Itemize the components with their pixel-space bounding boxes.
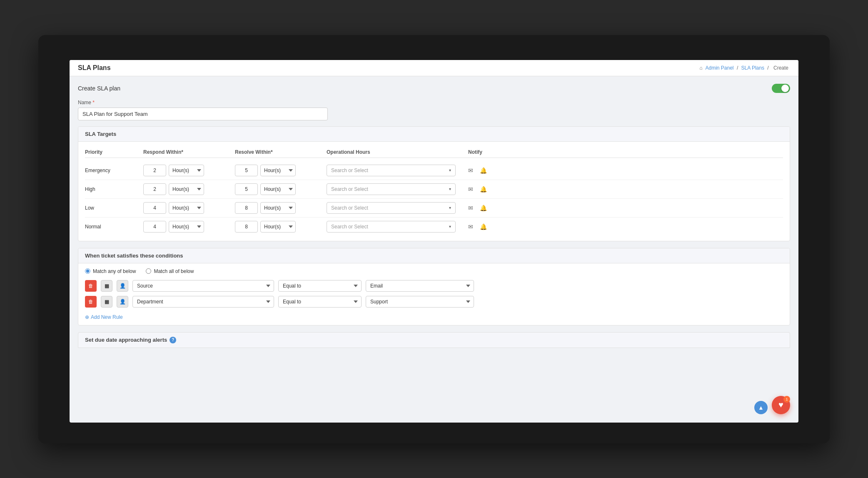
sla-targets-header: SLA Targets: [78, 127, 790, 142]
operational-hours-low[interactable]: Search or Select ▾: [327, 202, 456, 214]
chevron-down-icon: ▾: [449, 168, 451, 173]
match-all-label: Match all of below: [154, 268, 194, 274]
table-icon: ▦: [105, 299, 109, 305]
email-icon[interactable]: ✉: [468, 205, 473, 211]
plus-icon: ⊕: [85, 314, 89, 320]
respond-low: Hour(s) Day(s) Minute(s): [143, 202, 235, 214]
form-title: Create SLA plan: [78, 85, 120, 92]
delete-rule-1-button[interactable]: 🗑: [85, 280, 97, 292]
name-input[interactable]: [78, 108, 328, 120]
operational-hours-high[interactable]: Search or Select ▾: [327, 183, 456, 195]
resolve-unit-emergency[interactable]: Hour(s) Day(s) Minute(s): [260, 165, 296, 176]
operational-hours-emergency[interactable]: Search or Select ▾: [327, 165, 456, 176]
sla-table-header: Priority Respond Within* Resolve Within*…: [85, 147, 783, 158]
priority-normal: Normal: [85, 224, 143, 230]
bell-icon[interactable]: 🔔: [480, 186, 487, 193]
conditions-header: When ticket satisfies these conditions: [78, 248, 790, 263]
page-header: SLA Plans ⌂ Admin Panel / SLA Plans / Cr…: [70, 60, 798, 76]
resolve-unit-high[interactable]: Hour(s) Day(s) Minute(s): [260, 183, 296, 195]
respond-value-normal[interactable]: [143, 221, 166, 233]
respond-value-high[interactable]: [143, 183, 166, 195]
respond-unit-normal[interactable]: Hour(s) Day(s) Minute(s): [169, 221, 204, 233]
page-title: SLA Plans: [78, 64, 111, 72]
operational-hours-normal[interactable]: Search or Select ▾: [327, 221, 456, 233]
table-row: Emergency Hour(s) Day(s) Minute(s): [85, 161, 783, 180]
notify-low: ✉ 🔔: [468, 205, 518, 211]
priority-low: Low: [85, 205, 143, 211]
bell-icon[interactable]: 🔔: [480, 167, 487, 174]
sla-table: Priority Respond Within* Resolve Within*…: [85, 147, 783, 236]
help-icon[interactable]: ?: [170, 337, 176, 343]
bell-icon[interactable]: 🔔: [480, 205, 487, 211]
sla-targets-section: SLA Targets Priority Respond Within* Res…: [78, 126, 790, 241]
condition-row-2: 🗑 ▦ 👤 Department Source Priority: [85, 296, 783, 308]
email-icon[interactable]: ✉: [468, 223, 473, 230]
user-icon: 👤: [120, 299, 126, 305]
condition-field-2[interactable]: Department Source Priority: [132, 296, 274, 308]
breadcrumb-current: Create: [773, 65, 788, 71]
respond-unit-low[interactable]: Hour(s) Day(s) Minute(s): [169, 202, 204, 214]
respond-high: Hour(s) Day(s) Minute(s): [143, 183, 235, 195]
resolve-value-normal[interactable]: [235, 221, 258, 233]
scroll-up-button[interactable]: ▲: [754, 401, 768, 414]
respond-unit-high[interactable]: Hour(s) Day(s) Minute(s): [169, 183, 204, 195]
respond-value-low[interactable]: [143, 202, 166, 214]
table-row: High Hour(s) Day(s) Minute(s): [85, 180, 783, 199]
conditions-section: When ticket satisfies these conditions M…: [78, 248, 790, 325]
table-row: Normal Hour(s) Day(s) Minute(s): [85, 218, 783, 236]
resolve-normal: Hour(s) Day(s) Minute(s): [235, 221, 327, 233]
breadcrumb-home[interactable]: Admin Panel: [705, 65, 733, 71]
table-icon-button-1[interactable]: ▦: [101, 280, 112, 292]
table-icon: ▦: [105, 283, 109, 289]
condition-row-1: 🗑 ▦ 👤 Source Department Priority: [85, 280, 783, 292]
main-content: Create SLA plan Name * SLA Targets Prior…: [70, 76, 798, 420]
resolve-emergency: Hour(s) Day(s) Minute(s): [235, 165, 327, 176]
match-all-radio[interactable]: [146, 268, 151, 274]
delete-rule-2-button[interactable]: 🗑: [85, 296, 97, 308]
trash-icon: 🗑: [88, 299, 93, 305]
match-any-radio[interactable]: [85, 268, 90, 274]
resolve-value-low[interactable]: [235, 202, 258, 214]
user-icon-button-1[interactable]: 👤: [117, 280, 128, 292]
due-date-title: Set due date approaching alerts: [85, 337, 167, 343]
match-all-option[interactable]: Match all of below: [146, 268, 194, 274]
respond-value-emergency[interactable]: [143, 165, 166, 176]
user-icon-button-2[interactable]: 👤: [117, 296, 128, 308]
col-respond: Respond Within*: [143, 149, 235, 155]
bell-icon[interactable]: 🔔: [480, 223, 487, 230]
trash-icon: 🗑: [88, 283, 93, 289]
email-icon[interactable]: ✉: [468, 186, 473, 193]
breadcrumb-parent[interactable]: SLA Plans: [741, 65, 764, 71]
home-icon: ⌂: [700, 65, 703, 71]
match-any-option[interactable]: Match any of below: [85, 268, 136, 274]
resolve-unit-low[interactable]: Hour(s) Day(s) Minute(s): [260, 202, 296, 214]
col-notify: Notify: [468, 149, 518, 155]
notify-normal: ✉ 🔔: [468, 223, 518, 230]
condition-field-1[interactable]: Source Department Priority: [132, 280, 274, 292]
resolve-value-high[interactable]: [235, 183, 258, 195]
condition-value-1[interactable]: Email Phone Chat: [366, 280, 474, 292]
condition-operator-2[interactable]: Equal to Not equal to Contains: [278, 296, 362, 308]
condition-value-2[interactable]: Support Sales Engineering: [366, 296, 474, 308]
respond-emergency: Hour(s) Day(s) Minute(s): [143, 165, 235, 176]
priority-high: High: [85, 186, 143, 192]
resolve-value-emergency[interactable]: [235, 165, 258, 176]
match-radio-group: Match any of below Match all of below: [85, 268, 783, 274]
active-toggle[interactable]: [772, 84, 790, 93]
resolve-unit-normal[interactable]: Hour(s) Day(s) Minute(s): [260, 221, 296, 233]
due-date-section: Set due date approaching alerts ?: [78, 332, 790, 348]
heart-icon: ♥: [778, 400, 783, 410]
respond-normal: Hour(s) Day(s) Minute(s): [143, 221, 235, 233]
chevron-down-icon: ▾: [449, 205, 451, 210]
condition-operator-1[interactable]: Equal to Not equal to Contains: [278, 280, 362, 292]
add-rule-link[interactable]: ⊕ Add New Rule: [85, 314, 123, 320]
col-priority: Priority: [85, 149, 143, 155]
col-resolve: Resolve Within*: [235, 149, 327, 155]
table-icon-button-2[interactable]: ▦: [101, 296, 112, 308]
resolve-high: Hour(s) Day(s) Minute(s): [235, 183, 327, 195]
email-icon[interactable]: ✉: [468, 167, 473, 174]
fab-button[interactable]: ♥ 1: [772, 396, 790, 414]
table-row: Low Hour(s) Day(s) Minute(s): [85, 199, 783, 218]
match-any-label: Match any of below: [93, 268, 136, 274]
respond-unit-emergency[interactable]: Hour(s) Day(s) Minute(s): [169, 165, 204, 176]
